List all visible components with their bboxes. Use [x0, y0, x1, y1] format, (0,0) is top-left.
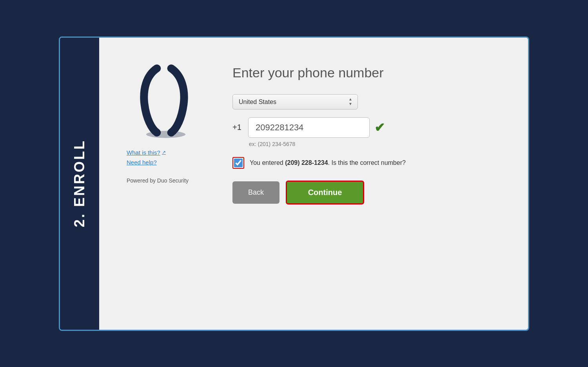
left-panel: What is this? ↗ Need help? Powered by Du… — [123, 53, 209, 314]
page-title: Enter your phone number — [232, 65, 505, 80]
confirmation-row: You entered (209) 228-1234. Is this the … — [232, 157, 505, 169]
button-row: Back Continue — [232, 181, 505, 204]
valid-check-icon: ✔ — [374, 120, 385, 135]
phone-number-input[interactable] — [248, 117, 370, 138]
country-select-wrapper: United States Canada United Kingdom ▲ ▼ — [232, 94, 505, 110]
links-container: What is this? ↗ Need help? — [127, 149, 166, 166]
what-is-this-link[interactable]: What is this? ↗ — [127, 149, 166, 156]
select-container: United States Canada United Kingdom ▲ ▼ — [232, 94, 358, 110]
confirm-checkbox[interactable] — [234, 159, 243, 167]
app-container: 2. ENROLL What is this? ↗ — [59, 37, 529, 331]
sidebar: 2. ENROLL — [60, 38, 99, 330]
duo-logo — [134, 61, 197, 140]
external-link-icon: ↗ — [162, 150, 166, 155]
checkbox-wrapper — [232, 157, 244, 169]
back-button[interactable]: Back — [232, 181, 279, 204]
main-content: What is this? ↗ Need help? Powered by Du… — [99, 38, 528, 330]
phone-input-row: +1 ✔ — [232, 117, 505, 138]
confirmation-text: You entered (209) 228-1234. Is this the … — [250, 159, 406, 166]
sidebar-label: 2. ENROLL — [71, 139, 88, 227]
right-panel: Enter your phone number United States Ca… — [232, 53, 505, 314]
need-help-link[interactable]: Need help? — [127, 159, 166, 166]
continue-button[interactable]: Continue — [286, 181, 364, 204]
confirmed-phone: (209) 228-1234 — [285, 159, 328, 166]
country-code-label: +1 — [232, 123, 243, 132]
powered-by-text: Powered by Duo Security — [127, 177, 189, 184]
svg-point-0 — [146, 131, 185, 138]
phone-example-text: ex: (201) 234-5678 — [249, 141, 505, 147]
country-select[interactable]: United States Canada United Kingdom — [232, 94, 358, 110]
logo-container — [134, 61, 197, 141]
